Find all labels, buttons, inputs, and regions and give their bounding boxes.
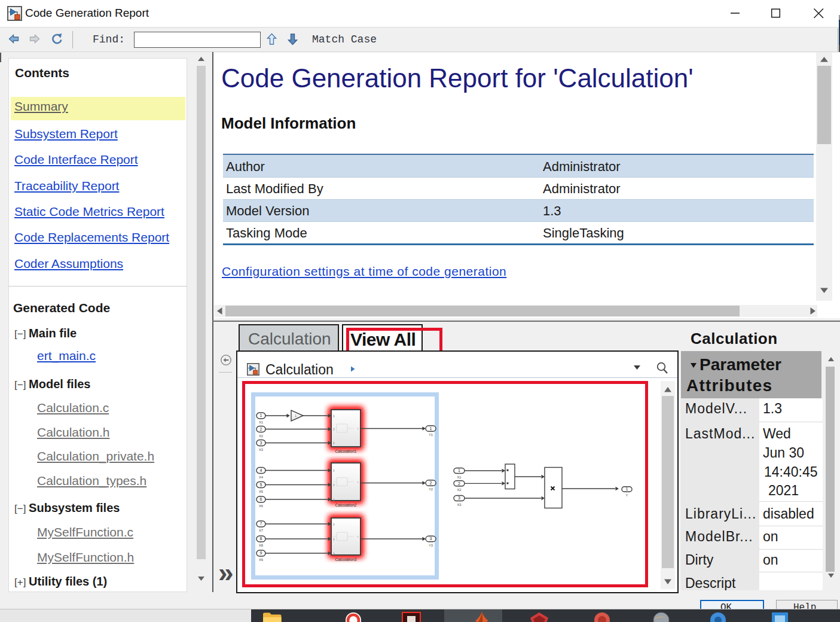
svg-text:1: 1: [458, 468, 460, 472]
svg-text:❯: ❯: [333, 414, 335, 417]
svg-text:1: 1: [626, 487, 628, 491]
svg-text:Y: Y: [626, 493, 628, 497]
svg-text:Calculation1: Calculation1: [335, 449, 357, 453]
svg-text:X2: X2: [259, 434, 263, 438]
svg-text:5: 5: [260, 483, 262, 487]
svg-text:3: 3: [430, 536, 432, 541]
svg-text:X9: X9: [259, 558, 263, 562]
svg-text:X1: X1: [457, 475, 461, 479]
svg-text:9: 9: [260, 551, 262, 555]
svg-text:7: 7: [260, 522, 262, 526]
svg-text:X5: X5: [259, 490, 263, 493]
svg-text:Calculation3: Calculation3: [335, 557, 357, 562]
svg-text:6: 6: [260, 497, 262, 501]
svg-text:❯: ❯: [333, 523, 335, 526]
svg-text:X4: X4: [259, 475, 264, 479]
svg-text:X8: X8: [259, 544, 263, 547]
svg-text:X3: X3: [457, 503, 461, 507]
svg-text:1: 1: [295, 414, 297, 417]
svg-text:❯: ❯: [333, 428, 335, 431]
svg-text:X1: X1: [259, 420, 263, 424]
svg-text:Y3: Y3: [429, 544, 433, 547]
svg-text:❯: ❯: [333, 498, 335, 501]
svg-text:8: 8: [260, 536, 262, 541]
svg-text:❯: ❯: [333, 552, 335, 555]
svg-text:X3: X3: [259, 448, 263, 452]
svg-text:X2: X2: [457, 488, 461, 492]
svg-text:X6: X6: [259, 504, 263, 508]
svg-text:4: 4: [260, 468, 262, 472]
svg-text:Y2: Y2: [429, 487, 433, 491]
svg-text:X7: X7: [259, 529, 263, 532]
svg-text:3: 3: [260, 441, 262, 445]
svg-text:❯: ❯: [333, 469, 335, 472]
svg-text:2: 2: [458, 481, 460, 486]
svg-text:❯: ❯: [333, 538, 335, 541]
svg-text:Calculation2: Calculation2: [335, 503, 357, 507]
svg-text:❯: ❯: [333, 483, 335, 486]
svg-text:1: 1: [430, 426, 432, 431]
svg-text:2: 2: [260, 427, 262, 431]
svg-text:3: 3: [458, 496, 460, 500]
svg-text:❯: ❯: [333, 441, 335, 444]
svg-text:1: 1: [260, 413, 262, 417]
svg-text:2: 2: [430, 481, 432, 485]
svg-text:Y1: Y1: [429, 433, 433, 437]
